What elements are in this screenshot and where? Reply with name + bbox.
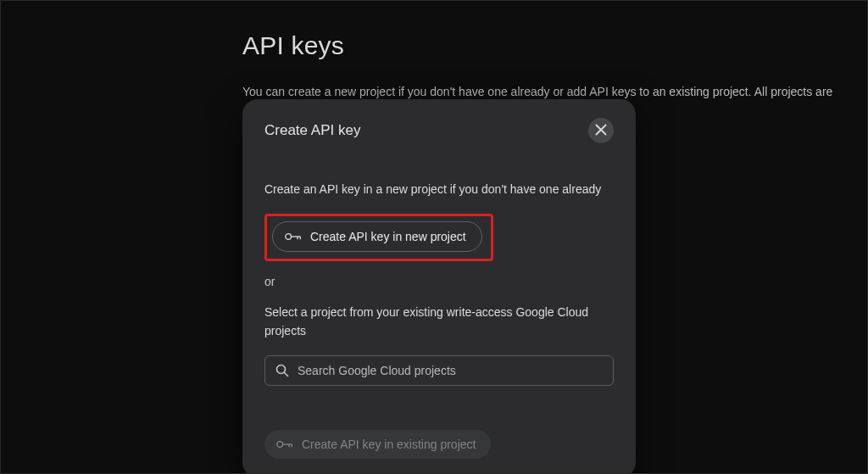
button-label: Create API key in new project xyxy=(310,230,466,243)
key-icon xyxy=(276,438,293,450)
or-divider-text: or xyxy=(264,275,614,288)
create-new-project-text: Create an API key in a new project if yo… xyxy=(264,181,614,198)
close-icon xyxy=(595,124,607,138)
svg-point-8 xyxy=(277,442,283,448)
dialog-header: Create API key xyxy=(264,118,614,143)
key-icon xyxy=(285,231,302,243)
button-label: Create API key in existing project xyxy=(302,438,476,451)
search-projects-container[interactable] xyxy=(264,355,614,386)
close-button[interactable] xyxy=(588,118,614,143)
svg-point-2 xyxy=(286,234,292,240)
search-icon xyxy=(275,364,289,377)
create-api-key-dialog: Create API key Create an API key in a ne… xyxy=(242,99,636,474)
highlight-annotation: Create API key in new project xyxy=(264,214,493,261)
create-api-key-new-project-button[interactable]: Create API key in new project xyxy=(272,221,482,252)
dialog-title: Create API key xyxy=(264,122,360,139)
select-existing-project-text: Select a project from your existing writ… xyxy=(264,304,595,340)
page-title: API keys xyxy=(242,31,867,60)
svg-line-7 xyxy=(285,373,288,376)
search-projects-input[interactable] xyxy=(298,364,603,377)
create-api-key-existing-project-button[interactable]: Create API key in existing project xyxy=(264,430,491,459)
